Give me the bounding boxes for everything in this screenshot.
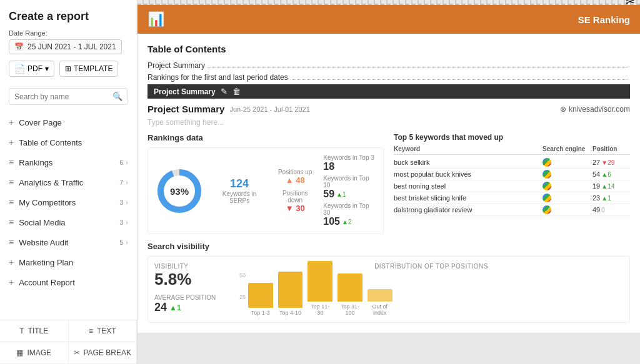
pdf-format-button[interactable]: 📄 PDF ▾ <box>9 61 54 77</box>
y-axis: 50 25 <box>239 272 246 316</box>
nav-item-label: Social Media <box>19 218 119 227</box>
top5-row-2: best noning steel 19 ▲14 <box>394 180 630 192</box>
top5-row-0: buck selkirk 27 ▼29 <box>394 157 630 169</box>
search-vis-subtitle: Search visibility <box>148 242 630 251</box>
top5-title: Top 5 keywords that moved up <box>394 133 630 142</box>
top5-row-1: most popular buck knives 54 ▲6 <box>394 169 630 180</box>
nav-icon: ≡ <box>9 237 14 247</box>
bar-4 <box>368 289 392 302</box>
avg-position-change: ▲1 <box>169 303 181 312</box>
distribution-chart: DISTRIBUTION OF TOP POSITIONS 50 25 Top … <box>239 263 623 316</box>
pos-up-val: ▲ 48 <box>274 175 316 185</box>
nav-item-label: Rankings <box>19 158 119 167</box>
sidebar-item-website-audit[interactable]: ≡ Website Audit 5› <box>0 232 137 252</box>
bar-chart: Top 1-3 Top 4-10 Top 11-30 Top 31-100 Ou… <box>248 272 392 316</box>
image-toolbar-button[interactable]: ▦IMAGE <box>0 342 69 364</box>
date-range-value: 25 JUN 2021 - 1 JUL 2021 <box>28 42 116 51</box>
toc-item-1: Project Summary <box>148 61 630 70</box>
kw-top30-change: ▲2 <box>342 219 351 225</box>
kw-top30: Keywords in Top 30 105 ▲2 <box>323 202 377 227</box>
domain-icon: ⊗ <box>560 105 566 114</box>
text-label: TEXT <box>97 327 116 335</box>
chevron-right-icon: › <box>126 219 128 226</box>
vis-value: 5.8% <box>154 270 229 289</box>
top5-keywords-panel: Top 5 keywords that moved up Keyword Sea… <box>394 133 630 234</box>
visibility-metrics: VISIBILITY 5.8% AVERAGE POSITION 24 ▲1 <box>154 263 229 316</box>
t5-engine-4 <box>542 205 592 214</box>
bar-label-2: Top 11-30 <box>308 303 332 316</box>
sidebar-item-rankings[interactable]: ≡ Rankings 6› <box>0 152 137 172</box>
kw-top3: Keywords in Top 3 18 <box>323 154 377 172</box>
positions-column: Positions up ▲ 48 Positions down ▼ 30 <box>274 169 316 213</box>
chevron-right-icon: › <box>126 179 128 186</box>
t5-keyword-4: dalstrong gladiator review <box>394 206 542 214</box>
right-panel: ✂ 📊 SE Ranking Table of Contents Project… <box>138 0 640 364</box>
date-range-label: Date Range: <box>9 29 128 37</box>
template-button[interactable]: ⊞ TEMPLATE <box>59 61 118 77</box>
table-of-contents-section: Table of Contents Project Summary Rankin… <box>148 44 630 82</box>
page-break-label: PAGE BREAK <box>84 348 131 357</box>
text-toolbar-button[interactable]: ≡TEXT <box>69 320 138 342</box>
positions-down: Positions down ▼ 30 <box>274 190 316 213</box>
bar-2 <box>308 261 332 302</box>
nav-item-label: Account Report <box>19 278 128 287</box>
sidebar-item-my-competitors[interactable]: ≡ My Competitors 3› <box>0 192 137 212</box>
t5-position-4: 49 0 <box>592 206 630 214</box>
kw-top10-label: Keywords in Top 10 <box>323 175 377 189</box>
date-range-button[interactable]: 📅 25 JUN 2021 - 1 JUL 2021 <box>9 39 122 54</box>
pos-down-label: Positions down <box>274 190 316 204</box>
keywords-serp: 124 Keywords in SERPs <box>212 177 267 204</box>
kw-top3-label: Keywords in Top 3 <box>323 154 377 161</box>
title-toolbar-button[interactable]: TTITLE <box>0 320 69 342</box>
bar-group-2: Top 11-30 <box>308 261 332 316</box>
vis-label: VISIBILITY <box>154 263 229 270</box>
sidebar-item-cover-page[interactable]: + Cover Page <box>0 112 137 132</box>
sidebar-item-social-media[interactable]: ≡ Social Media 3› <box>0 212 137 232</box>
bar-group-1: Top 4-10 <box>278 272 303 316</box>
kw-top30-label: Keywords in Top 30 <box>323 202 377 216</box>
bar-group-0: Top 1-3 <box>248 283 273 316</box>
chevron-right-icon: › <box>126 239 128 246</box>
avg-label: AVERAGE POSITION <box>154 294 229 301</box>
sidebar-item-table-of-contents[interactable]: + Table of Contents <box>0 132 137 152</box>
sidebar-item-analytics-traffic[interactable]: ≡ Analytics & Traffic 7› <box>0 172 137 192</box>
bottom-toolbar: TTITLE≡TEXT▦IMAGE✂PAGE BREAK <box>0 320 137 364</box>
t5-keyword-1: most popular buck knives <box>394 170 542 178</box>
left-header: Create a report Date Range: 📅 25 JUN 202… <box>0 0 137 88</box>
top-dashed-bar: ✂ <box>138 0 640 5</box>
left-panel: Create a report Date Range: 📅 25 JUN 202… <box>0 0 138 364</box>
top5-row-3: best brisket slicing knife 23 ▲1 <box>394 192 630 204</box>
nav-item-label: Marketing Plan <box>19 258 128 267</box>
bar-group-4: Out of index <box>368 289 392 316</box>
nav-item-count: 3 <box>119 199 123 206</box>
t5-position-1: 54 ▲6 <box>592 170 630 178</box>
sidebar-item-account-report[interactable]: + Account Report <box>0 272 137 292</box>
nav-icon: ≡ <box>9 197 14 207</box>
kw-top10-change: ▲1 <box>336 191 346 198</box>
image-label: IMAGE <box>27 348 51 357</box>
ps-section-title: Project Summary <box>148 104 224 114</box>
nav-icon: + <box>9 257 14 267</box>
image-icon: ▦ <box>16 348 23 357</box>
chevron-right-icon: › <box>126 199 128 206</box>
bar-label-1: Top 4-10 <box>279 310 301 316</box>
toc-item-label-2: Rankings for the first and last period d… <box>148 73 288 82</box>
ps-delete-button[interactable]: 🗑 <box>232 87 241 96</box>
keywords-serp-label: Keywords in SERPs <box>212 190 267 204</box>
kw-top30-num: 105 <box>323 216 340 227</box>
report-area[interactable]: 📊 SE Ranking Table of Contents Project S… <box>138 5 640 364</box>
ps-header: Project Summary Jun-25 2021 - Jul-01 202… <box>148 104 630 114</box>
dist-title: DISTRIBUTION OF TOP POSITIONS <box>239 263 623 270</box>
kw-top3-num: 18 <box>323 161 377 172</box>
project-summary-bar: Project Summary ✎ 🗑 <box>148 84 630 99</box>
page-break-toolbar-button[interactable]: ✂PAGE BREAK <box>69 342 138 364</box>
search-box[interactable]: 🔍 <box>9 88 128 105</box>
pos-down-val: ▼ 30 <box>274 204 316 213</box>
sidebar-item-marketing-plan[interactable]: + Marketing Plan <box>0 252 137 272</box>
search-input[interactable] <box>14 92 109 101</box>
ps-edit-button[interactable]: ✎ <box>221 87 228 96</box>
pdf-icon: 📄 <box>14 64 25 74</box>
report-header: 📊 SE Ranking <box>138 5 640 34</box>
rankings-left-box: 93% 124 Keywords in SERPs Positions up <box>148 147 384 234</box>
nav-item-label: Cover Page <box>19 118 128 127</box>
